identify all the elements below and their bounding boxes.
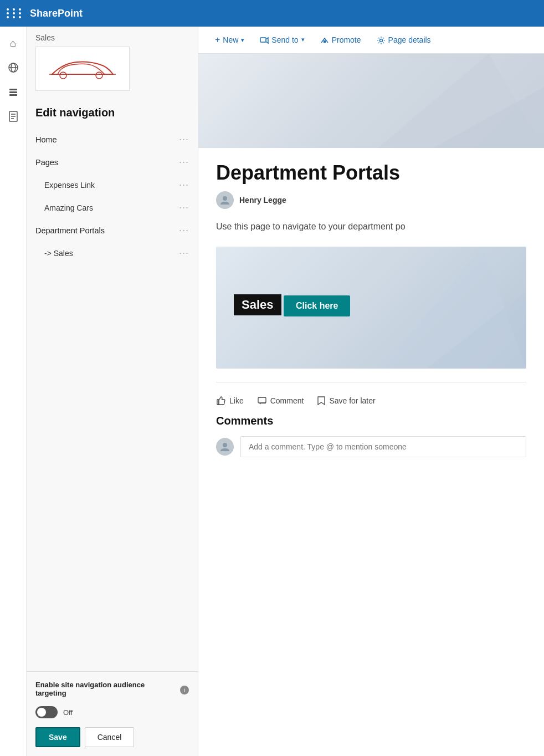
page-description: Use this page to navigate to your depart… <box>216 220 526 233</box>
toggle-row: Off <box>35 706 189 718</box>
like-label: Like <box>229 396 244 405</box>
new-button[interactable]: + New ▾ <box>207 31 252 49</box>
page-details-label: Page details <box>388 35 431 44</box>
nav-panel-bottom: Enable site navigation audience targetin… <box>27 671 198 756</box>
promote-button[interactable]: Promote <box>312 31 369 48</box>
edit-nav-panel: Sales Edit navigation Home ··· Pages ···… <box>27 27 198 756</box>
nav-item-expenses-dots[interactable]: ··· <box>179 179 189 191</box>
content-area: + New ▾ Send to ▾ <box>198 27 544 756</box>
reactions-row: Like Comment Save for later <box>216 391 526 415</box>
comment-button[interactable]: Comment <box>257 396 304 406</box>
edit-nav-title: Edit navigation <box>27 100 198 128</box>
svg-point-11 <box>60 72 66 79</box>
page-details-button[interactable]: Page details <box>369 31 439 48</box>
nav-item-dept-portals-label: Department Portals <box>35 226 105 235</box>
audience-toggle[interactable] <box>35 706 58 718</box>
svg-rect-14 <box>324 40 326 43</box>
comment-input[interactable] <box>240 436 526 457</box>
svg-rect-3 <box>9 89 17 90</box>
globe-icon[interactable] <box>3 58 23 78</box>
nav-item-pages[interactable]: Pages ··· <box>27 151 198 173</box>
author-row: Henry Legge <box>216 191 526 209</box>
save-for-later-label: Save for later <box>329 396 375 405</box>
svg-point-23 <box>223 443 227 447</box>
info-icon[interactable]: i <box>180 686 189 694</box>
svg-point-18 <box>223 196 227 201</box>
save-for-later-button[interactable]: Save for later <box>317 396 375 406</box>
send-to-button[interactable]: Send to ▾ <box>252 31 312 48</box>
hero-banner <box>198 54 544 148</box>
left-sidebar: ⌂ <box>0 27 27 756</box>
nav-item-home-label: Home <box>35 135 57 144</box>
send-to-chevron-icon: ▾ <box>301 36 305 43</box>
nav-item-dept-portals-dots[interactable]: ··· <box>179 224 189 236</box>
btn-row: Save Cancel <box>35 727 189 747</box>
nav-item-sales-dots[interactable]: ··· <box>179 247 189 259</box>
svg-point-15 <box>379 39 382 42</box>
commenter-avatar <box>216 438 234 456</box>
promote-icon <box>320 35 329 44</box>
audience-label: Enable site navigation audience targetin… <box>35 681 177 697</box>
click-here-button[interactable]: Click here <box>284 295 350 316</box>
toggle-off-label: Off <box>63 708 73 717</box>
nav-item-amazing-cars-dots[interactable]: ··· <box>179 202 189 213</box>
author-avatar <box>216 191 234 209</box>
audience-targeting-row: Enable site navigation audience targetin… <box>35 681 189 699</box>
promote-label: Promote <box>332 35 361 44</box>
card-label: Sales <box>234 294 281 315</box>
page-content: Department Portals Henry Legge Use this … <box>198 148 544 471</box>
nav-item-sales-label: -> Sales <box>44 249 73 258</box>
nav-item-sales[interactable]: -> Sales ··· <box>27 242 198 264</box>
svg-rect-13 <box>260 38 266 42</box>
page-title: Department Portals <box>216 161 526 185</box>
topbar: SharePoint <box>0 0 544 27</box>
nav-item-amazing-cars-label: Amazing Cars <box>44 203 93 212</box>
nav-item-expenses-label: Expenses Link <box>44 181 95 190</box>
comment-input-row <box>216 436 526 457</box>
main-wrapper: Sales Edit navigation Home ··· Pages ···… <box>27 27 544 756</box>
divider <box>216 382 526 382</box>
sales-image <box>35 47 130 91</box>
nav-item-home[interactable]: Home ··· <box>27 128 198 151</box>
save-button[interactable]: Save <box>35 727 80 747</box>
author-name: Henry Legge <box>239 196 286 205</box>
home-icon[interactable]: ⌂ <box>3 33 23 53</box>
toolbar: + New ▾ Send to ▾ <box>198 27 544 54</box>
app-title: SharePoint <box>30 8 83 19</box>
svg-point-12 <box>96 72 102 79</box>
svg-rect-21 <box>217 400 219 405</box>
like-button[interactable]: Like <box>216 396 244 406</box>
card-block: Sales Click here <box>216 247 526 369</box>
new-label: New <box>223 35 238 44</box>
list-icon[interactable] <box>3 82 23 102</box>
send-to-label: Send to <box>271 35 298 44</box>
new-chevron-icon: ▾ <box>241 37 244 44</box>
page-icon[interactable] <box>3 106 23 126</box>
nav-item-home-dots[interactable]: ··· <box>179 134 189 145</box>
comment-label: Comment <box>270 396 304 405</box>
cancel-button[interactable]: Cancel <box>85 727 135 747</box>
sales-label: Sales <box>27 27 198 47</box>
nav-item-expenses[interactable]: Expenses Link ··· <box>27 173 198 196</box>
gear-icon <box>377 35 386 44</box>
svg-rect-5 <box>9 94 17 96</box>
svg-rect-22 <box>258 397 266 403</box>
comments-title: Comments <box>216 415 526 427</box>
nav-item-amazing-cars[interactable]: Amazing Cars ··· <box>27 196 198 219</box>
app-grid-icon[interactable] <box>7 8 23 18</box>
send-to-icon <box>260 35 269 44</box>
nav-item-pages-label: Pages <box>35 158 58 167</box>
nav-item-dept-portals[interactable]: Department Portals ··· <box>27 219 198 242</box>
nav-item-pages-dots[interactable]: ··· <box>179 156 189 168</box>
card-content: Sales Click here <box>234 294 350 321</box>
plus-icon: + <box>215 35 220 45</box>
svg-rect-4 <box>9 91 17 93</box>
